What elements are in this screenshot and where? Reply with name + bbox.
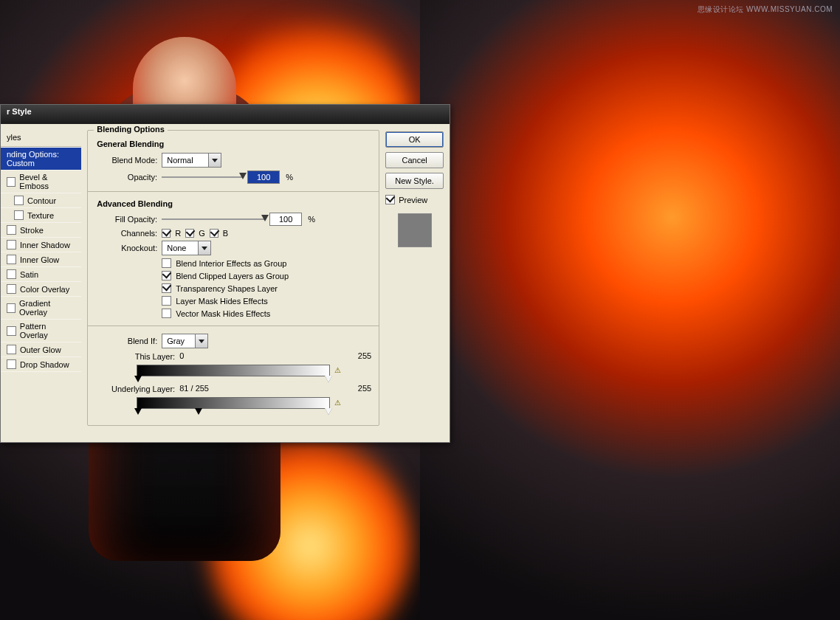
knockout-value: None — [162, 244, 198, 252]
this-layer-gradient[interactable]: ⚠ — [137, 365, 330, 376]
advanced-check-label: Layer Mask Hides Effects — [176, 297, 268, 306]
advanced-check-row[interactable]: Layer Mask Hides Effects — [162, 296, 371, 306]
style-checkbox[interactable] — [7, 345, 16, 354]
percent-label: % — [286, 173, 293, 182]
options-column: Blending Options General Blending Blend … — [87, 130, 379, 432]
channels-label: Channels: — [95, 229, 157, 238]
fill-opacity-input[interactable]: 100 — [269, 213, 302, 226]
blend-mode-select[interactable]: Normal — [162, 153, 221, 168]
style-checkbox[interactable] — [7, 359, 16, 369]
cancel-button[interactable]: Cancel — [385, 152, 444, 168]
advanced-checkbox[interactable] — [162, 283, 171, 293]
style-row[interactable]: Inner Glow — [1, 252, 81, 267]
style-row[interactable]: Inner Shadow — [1, 238, 81, 252]
channel-g-checkbox[interactable] — [185, 229, 194, 238]
dialog-title[interactable]: r Style — [1, 105, 450, 124]
opacity-input[interactable]: 100 — [247, 170, 280, 184]
group-legend: Blending Options — [94, 125, 168, 134]
style-row[interactable]: Satin — [1, 267, 81, 282]
slider-handle-black[interactable] — [134, 408, 142, 415]
style-checkbox[interactable] — [7, 303, 16, 313]
dropdown-button-icon[interactable] — [208, 154, 221, 167]
style-checkbox[interactable] — [14, 196, 24, 205]
blend-mode-label: Blend Mode: — [95, 156, 157, 165]
style-row[interactable]: nding Options: Custom — [1, 148, 81, 170]
blending-options-group: Blending Options General Blending Blend … — [87, 130, 379, 426]
underlying-layer-gradient[interactable]: ⚠ — [137, 397, 330, 409]
style-checkbox[interactable] — [7, 225, 16, 235]
slider-handle-white[interactable] — [325, 376, 332, 382]
opacity-slider[interactable] — [162, 172, 243, 182]
styles-column: yles nding Options: CustomBevel & Emboss… — [1, 130, 81, 372]
dropdown-button-icon[interactable] — [195, 334, 207, 348]
advanced-check-row[interactable]: Blend Interior Effects as Group — [162, 258, 371, 268]
dropdown-button-icon[interactable] — [198, 241, 210, 255]
ok-button[interactable]: OK — [385, 131, 444, 148]
advanced-checkbox[interactable] — [162, 309, 171, 318]
advanced-checkbox[interactable] — [162, 296, 171, 306]
blend-if-label: Blend If: — [95, 337, 157, 345]
knockout-select[interactable]: None — [162, 241, 211, 255]
chevron-down-icon — [212, 159, 218, 162]
advanced-checkbox[interactable] — [162, 258, 171, 268]
style-label: Bevel & Emboss — [19, 173, 75, 190]
underlying-layer-label: Underlying Layer: — [95, 385, 175, 393]
style-label: Stroke — [20, 226, 44, 235]
style-row[interactable]: Outer Glow — [1, 342, 81, 357]
style-label: Contour — [27, 196, 56, 205]
style-label: nding Options: Custom — [7, 150, 75, 168]
style-checkbox[interactable] — [7, 177, 16, 187]
preview-checkbox[interactable] — [385, 195, 395, 204]
style-checkbox[interactable] — [14, 210, 24, 220]
fill-opacity-slider[interactable] — [162, 214, 265, 224]
percent-label: % — [308, 215, 315, 224]
warning-icon: ⚠ — [334, 366, 341, 374]
style-checkbox[interactable] — [7, 240, 16, 249]
style-row[interactable]: Bevel & Emboss — [1, 170, 81, 193]
layer-style-dialog: r Style yles nding Options: CustomBevel … — [0, 104, 450, 443]
style-row[interactable]: Pattern Overlay — [1, 320, 81, 342]
style-row[interactable]: Gradient Overlay — [1, 297, 81, 320]
style-label: Satin — [20, 270, 38, 279]
slider-handle-black[interactable] — [134, 376, 142, 382]
preview-toggle[interactable]: Preview — [385, 195, 444, 204]
channel-r-label: R — [175, 229, 181, 238]
this-layer-label: This Layer: — [95, 352, 175, 361]
underlying-mid: 255 — [196, 384, 209, 393]
advanced-checkbox[interactable] — [162, 271, 171, 280]
style-row[interactable]: Contour — [1, 193, 81, 208]
general-blending-heading: General Blending — [97, 140, 371, 148]
new-style-button[interactable]: New Style. — [385, 173, 444, 189]
blend-mode-value: Normal — [162, 156, 208, 165]
channel-g-label: G — [199, 229, 205, 238]
style-label: Outer Glow — [20, 345, 61, 354]
channel-r-checkbox[interactable] — [162, 229, 171, 238]
chevron-down-icon — [199, 340, 204, 343]
style-row[interactable]: Drop Shadow — [1, 357, 81, 372]
slider-handle-black-split[interactable] — [195, 408, 202, 415]
advanced-check-row[interactable]: Transparency Shapes Layer — [162, 283, 371, 293]
style-checkbox[interactable] — [7, 255, 16, 264]
advanced-blending-heading: Advanced Blending — [97, 199, 371, 208]
style-row[interactable]: Texture — [1, 208, 81, 223]
channel-b-checkbox[interactable] — [210, 229, 218, 238]
style-label: Pattern Overlay — [20, 322, 75, 340]
blend-if-section: Blend If: Gray This Layer: 0255 — [95, 334, 371, 409]
advanced-check-row[interactable]: Vector Mask Hides Effects — [162, 309, 371, 318]
dialog-buttons-column: OK Cancel New Style. Preview — [385, 130, 444, 247]
style-checkbox[interactable] — [7, 284, 16, 294]
advanced-check-row[interactable]: Blend Clipped Layers as Group — [162, 271, 371, 280]
style-checkbox[interactable] — [7, 269, 16, 279]
slider-handle-white[interactable] — [325, 408, 332, 415]
chevron-down-icon — [202, 247, 207, 250]
style-label: Inner Glow — [20, 255, 59, 264]
style-row[interactable]: Color Overlay — [1, 282, 81, 297]
advanced-check-label: Transparency Shapes Layer — [176, 284, 278, 293]
style-row[interactable]: Stroke — [1, 223, 81, 238]
fill-opacity-label: Fill Opacity: — [95, 215, 157, 224]
style-checkbox[interactable] — [7, 326, 16, 336]
advanced-check-label: Blend Interior Effects as Group — [176, 259, 286, 268]
style-label: Color Overlay — [20, 285, 69, 294]
this-layer-high: 255 — [358, 351, 371, 360]
blend-if-select[interactable]: Gray — [162, 334, 208, 348]
